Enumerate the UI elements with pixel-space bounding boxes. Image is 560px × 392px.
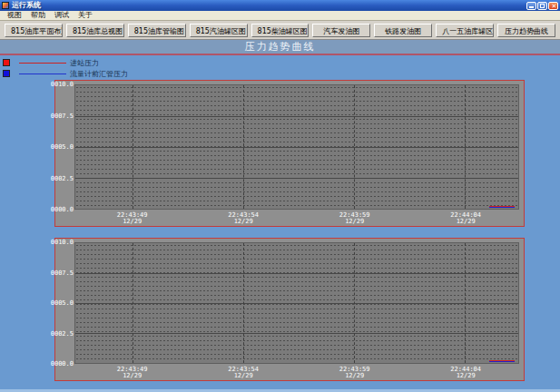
y-tick-label: 0005.0 xyxy=(51,143,74,151)
gridline xyxy=(243,243,244,363)
toolbar-button-diesel-tanks[interactable]: 815柴油罐区图 xyxy=(251,24,309,37)
app-window: 运行系统 ✕ 视图 帮助 调试 关于 815油库平面布置图 815油库总视图 8… xyxy=(0,0,560,392)
toolbar-button-pressure-trend[interactable]: 压力趋势曲线 xyxy=(497,24,555,37)
gridline xyxy=(133,85,133,209)
x-tick-label: 22:43:4912/29 xyxy=(117,367,148,379)
restore-button[interactable] xyxy=(537,2,547,10)
legend-line-blue-icon xyxy=(19,74,66,74)
gridline xyxy=(75,333,518,334)
gridline xyxy=(75,178,518,179)
legend-label: 进站压力 xyxy=(70,58,99,68)
gridline xyxy=(354,243,355,363)
y-tick-label: 0007.5 xyxy=(51,113,74,120)
legend-swatch-red-icon xyxy=(3,59,10,66)
toolbar-button-gasoline-tanks[interactable]: 815汽油罐区图 xyxy=(190,24,248,37)
menu-item-view[interactable]: 视图 xyxy=(3,11,26,20)
x-tick-label: 22:44:0412/29 xyxy=(450,367,481,379)
x-axis: 22:43:4912/29 22:43:5412/29 22:43:5912/2… xyxy=(74,212,519,226)
gridline xyxy=(75,273,518,274)
legend-item-inlet-pressure: 进站压力 xyxy=(3,57,275,68)
x-tick-label: 22:43:5912/29 xyxy=(339,367,370,379)
page-header: 压力趋势曲线 xyxy=(0,40,560,55)
toolbar-button-pipeline[interactable]: 815油库管输图 xyxy=(128,24,186,37)
toolbar-button-815-tank-area[interactable]: 八一五油库罐区图 xyxy=(436,24,494,37)
gridline xyxy=(75,147,518,148)
x-tick-label: 22:43:5412/29 xyxy=(228,367,259,379)
x-axis: 22:43:4912/29 22:43:5412/29 22:43:5912/2… xyxy=(74,367,519,380)
gridline xyxy=(75,303,518,304)
x-tick-label: 22:43:5412/29 xyxy=(228,212,259,225)
close-icon: ✕ xyxy=(549,2,559,11)
gridline xyxy=(465,243,466,363)
legend-line-red-icon xyxy=(19,63,66,64)
toolbar-button-rail-loading[interactable]: 铁路发油图 xyxy=(374,24,432,37)
legend-item-manifold-pressure: 流量计前汇管压力 xyxy=(3,68,275,79)
minimize-icon xyxy=(529,6,534,8)
legend-label: 流量计前汇管压力 xyxy=(70,69,128,79)
plot-area xyxy=(74,242,519,364)
trace-manifold-pressure xyxy=(489,361,515,362)
x-tick-label: 22:43:5912/29 xyxy=(339,212,370,225)
toolbar-button-truck-loading[interactable]: 汽车发油图 xyxy=(312,24,370,37)
gridline xyxy=(465,85,466,209)
app-icon xyxy=(2,2,9,9)
menu-bar: 视图 帮助 调试 关于 xyxy=(0,11,560,21)
y-tick-label: 0007.5 xyxy=(51,270,74,277)
y-axis: 0010.0 0007.5 0005.0 0002.5 0000.0 xyxy=(55,84,74,210)
trend-chart-panel-top: 0010.0 0007.5 0005.0 0002.5 0000.0 22:43… xyxy=(54,80,525,227)
gridline xyxy=(75,116,518,117)
y-tick-label: 0002.5 xyxy=(51,330,74,338)
y-tick-label: 0002.5 xyxy=(51,175,74,182)
gridline xyxy=(354,85,355,209)
close-button[interactable]: ✕ xyxy=(548,2,558,10)
plot-area xyxy=(74,84,519,210)
title-bar: 运行系统 ✕ xyxy=(0,0,560,11)
x-tick-label: 22:44:0412/29 xyxy=(450,212,481,225)
toolbar-button-depot-plan[interactable]: 815油库平面布置图 xyxy=(5,24,63,37)
menu-item-about[interactable]: 关于 xyxy=(74,11,97,20)
minimize-button[interactable] xyxy=(526,2,536,10)
trend-chart-panel-bottom: 0010.0 0007.5 0005.0 0002.5 0000.0 22:43… xyxy=(54,238,525,381)
y-tick-label: 0000.0 xyxy=(51,206,74,213)
gridline xyxy=(243,85,244,209)
menu-item-debug[interactable]: 调试 xyxy=(50,11,74,20)
x-tick-label: 22:43:4912/29 xyxy=(117,212,148,225)
window-title: 运行系统 xyxy=(12,0,526,11)
y-tick-label: 0000.0 xyxy=(51,360,74,368)
gridline xyxy=(133,243,133,363)
legend: 进站压力 流量计前汇管压力 xyxy=(3,57,275,79)
toolbar: 815油库平面布置图 815油库总视图 815油库管输图 815汽油罐区图 81… xyxy=(0,21,560,40)
page-title: 压力趋势曲线 xyxy=(245,40,316,54)
legend-swatch-blue-icon xyxy=(3,70,10,77)
menu-item-help[interactable]: 帮助 xyxy=(26,11,50,20)
y-tick-label: 0010.0 xyxy=(51,239,74,246)
y-axis: 0010.0 0007.5 0005.0 0002.5 0000.0 xyxy=(55,242,74,364)
toolbar-button-depot-overview[interactable]: 815油库总视图 xyxy=(66,24,124,37)
y-tick-label: 0005.0 xyxy=(51,299,74,307)
trace-manifold-pressure xyxy=(489,207,515,208)
y-tick-label: 0010.0 xyxy=(51,81,74,88)
restore-icon xyxy=(540,4,545,8)
